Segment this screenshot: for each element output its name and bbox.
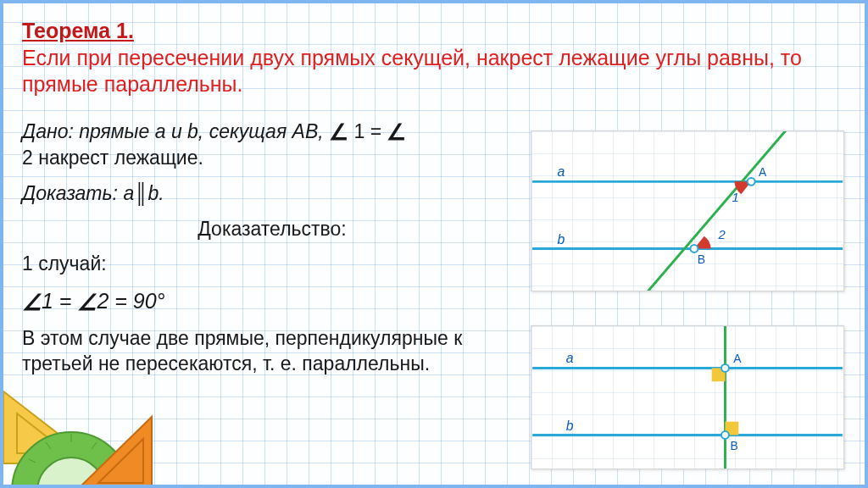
prove-line: Доказать: a║b. — [22, 181, 522, 207]
label-point-A: A — [759, 165, 767, 179]
angle-icon: ∠ — [387, 119, 406, 147]
given-continuation: 2 накрест лежащие. — [22, 147, 203, 169]
label-line-a: a — [558, 164, 565, 179]
diagram-transversal: a b A B 1 2 — [531, 130, 844, 291]
label-point-B: B — [698, 252, 705, 266]
svg-point-4 — [690, 245, 698, 252]
svg-line-2 — [642, 131, 793, 291]
label-point-A: A — [733, 352, 742, 365]
theorem-statement: Если при пересечении двух прямых секущей… — [22, 45, 853, 97]
given-block: Дано: прямые a и b, секущая AB, ∠ 1 = ∠ … — [22, 117, 522, 171]
label-line-b: b — [558, 232, 565, 247]
case-equation: ∠1 = ∠2 = 90° — [22, 287, 522, 316]
label-point-B: B — [730, 439, 737, 452]
svg-point-3 — [748, 178, 755, 186]
case-label: 1 случай: — [22, 252, 522, 277]
theorem-body: Дано: прямые a и b, секущая AB, ∠ 1 = ∠ … — [22, 117, 522, 377]
svg-point-12 — [721, 431, 729, 439]
label-line-a: a — [566, 351, 574, 365]
angle-icon: ∠ — [22, 289, 42, 318]
diagram-perpendicular: a b A B — [531, 325, 844, 469]
label-angle-2: 2 — [718, 228, 726, 241]
geometry-tools-icon — [0, 366, 164, 488]
angle-icon: ∠ — [77, 289, 97, 318]
label-line-b: b — [566, 419, 574, 433]
proof-heading: Доказательство: — [22, 217, 522, 242]
given-text: Дано: прямые a и b, секущая AB, — [22, 120, 329, 142]
angle-icon: ∠ — [329, 119, 348, 147]
svg-point-11 — [721, 364, 729, 372]
label-angle-1: 1 — [732, 191, 738, 204]
theorem-title: Теорема 1. — [22, 19, 853, 43]
